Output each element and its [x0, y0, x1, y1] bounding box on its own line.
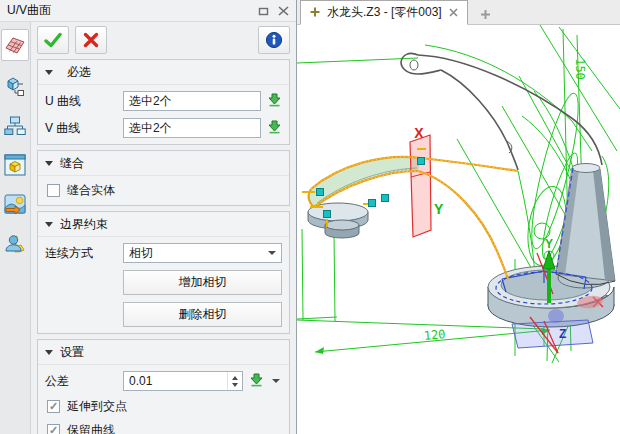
dim-arrowhead [315, 347, 324, 354]
dialog-title: U/V曲面 [7, 2, 249, 19]
document-tabbar: 水龙头.Z3 - [零件003] [297, 0, 620, 25]
extend-to-intersection-checkbox[interactable]: ✓ [47, 400, 60, 413]
dialog-command-row [37, 26, 290, 54]
section-settings: 设置 公差 0.01 [37, 339, 290, 434]
cancel-icon[interactable] [75, 26, 107, 54]
collapse-triangle-icon [45, 350, 53, 355]
spout-aerator [308, 203, 368, 238]
float-icon[interactable] [258, 6, 269, 16]
keep-curves-checkbox[interactable]: ✓ [47, 424, 60, 434]
spout-profile-curve [401, 53, 602, 170]
v-curves-label: V 曲线 [45, 120, 117, 137]
plus-icon[interactable] [480, 9, 491, 20]
axis-label-x: X [414, 125, 424, 141]
close-icon[interactable] [449, 6, 458, 20]
spin-up-icon[interactable] [232, 376, 238, 380]
u-curves-input[interactable]: 选中2个 [123, 91, 261, 111]
section-sew-title: 缝合 [60, 155, 84, 172]
app-window: U/V曲面 [0, 0, 620, 434]
hierarchy-icon[interactable] [2, 113, 28, 139]
section-sew: 缝合 缝合实体 [37, 150, 290, 206]
viewport-3d[interactable]: 150 120 X Y Y Z [297, 25, 620, 434]
spin-down-icon[interactable] [232, 383, 238, 387]
wireframe-tree-icon[interactable] [2, 74, 28, 100]
chevron-down-icon [268, 251, 276, 255]
dialog-titlebar[interactable]: U/V曲面 [0, 0, 296, 22]
datum-plane-x[interactable] [410, 135, 431, 237]
section-required: 必选 U 曲线 选中2个 V 曲线 选中2个 [37, 59, 290, 145]
continuity-value: 相切 [129, 245, 153, 262]
dialog-content: 必选 U 曲线 选中2个 V 曲线 选中2个 [31, 22, 296, 434]
select-arrow-icon[interactable] [267, 92, 282, 110]
keep-curves-label: 保留曲线 [67, 422, 115, 434]
dialog-icon-strip [0, 22, 31, 434]
section-settings-title: 设置 [60, 344, 84, 361]
tolerance-spinbox[interactable]: 0.01 [123, 371, 243, 391]
chevron-down-icon[interactable] [272, 379, 280, 383]
select-arrow-icon[interactable] [249, 372, 264, 390]
viewport-canvas: 150 120 X Y Y Z [297, 25, 620, 434]
uv-surface-dialog: U/V曲面 [0, 0, 297, 434]
section-required-title: 必选 [67, 64, 91, 81]
datum-plane-z[interactable] [512, 320, 593, 348]
add-tangent-button[interactable]: 增加相切 [123, 270, 282, 295]
info-icon[interactable] [258, 26, 290, 54]
render-image-icon[interactable] [2, 191, 28, 217]
section-sew-header[interactable]: 缝合 [38, 151, 289, 176]
collapse-triangle-icon [45, 161, 53, 166]
tolerance-label: 公差 [45, 373, 117, 390]
u-curves-label: U 曲线 [45, 93, 117, 110]
section-boundary: 边界约束 连续方式 相切 增加相切 删除相切 [37, 211, 290, 334]
document-area: 水龙头.Z3 - [零件003] [297, 0, 620, 434]
section-boundary-title: 边界约束 [60, 216, 108, 233]
extend-to-intersection-label: 延伸到交点 [67, 398, 127, 415]
remove-tangent-button[interactable]: 删除相切 [123, 302, 282, 327]
dimension-150: 150 [573, 58, 587, 80]
confirm-icon[interactable] [37, 26, 69, 54]
section-settings-header[interactable]: 设置 [38, 340, 289, 365]
document-tab[interactable]: 水龙头.Z3 - [零件003] [300, 0, 468, 25]
v-curves-input[interactable]: 选中2个 [123, 118, 261, 138]
uv-surface-icon[interactable] [1, 29, 29, 61]
document-tab-label: 水龙头.Z3 - [零件003] [327, 4, 442, 21]
grip-point[interactable] [548, 309, 564, 323]
collapse-triangle-icon [45, 70, 53, 75]
axis-label-z: Z [559, 327, 566, 341]
document-plus-icon [310, 6, 320, 20]
select-arrow-icon[interactable] [267, 119, 282, 137]
dimension-120: 120 [423, 327, 446, 343]
view-cube-icon[interactable] [2, 152, 28, 178]
axis-label-y-plane: Y [434, 201, 444, 217]
tolerance-value: 0.01 [124, 374, 227, 388]
collapse-triangle-icon [45, 222, 53, 227]
axis-label-y-base: Y [545, 237, 553, 251]
sew-solid-checkbox[interactable] [47, 184, 60, 197]
spinner-arrows[interactable] [227, 372, 242, 390]
sew-solid-label: 缝合实体 [67, 182, 115, 199]
user-icon[interactable] [2, 230, 28, 256]
continuity-label: 连续方式 [45, 245, 117, 262]
close-icon[interactable] [278, 6, 289, 16]
continuity-dropdown[interactable]: 相切 [123, 243, 282, 263]
section-required-header[interactable]: 必选 [38, 60, 289, 85]
section-boundary-header[interactable]: 边界约束 [38, 212, 289, 237]
